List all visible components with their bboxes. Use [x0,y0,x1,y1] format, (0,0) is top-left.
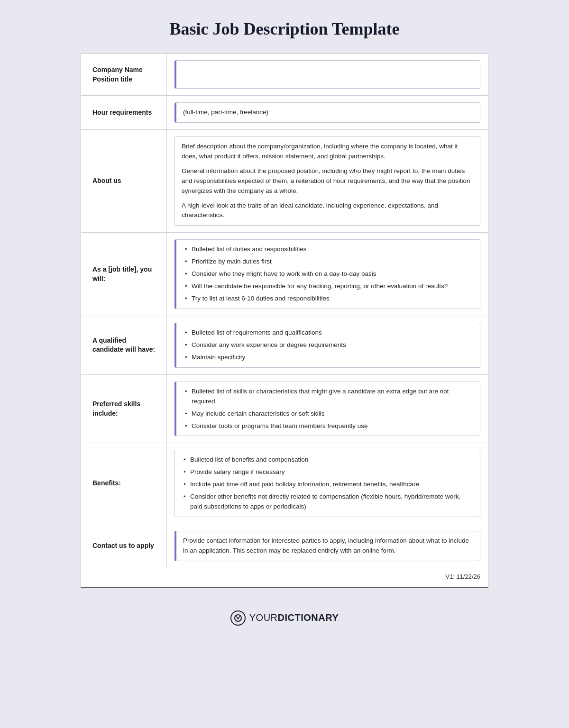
footer: YOURDICTIONARY [230,610,339,626]
list-item: Prioritize by main duties first [183,257,473,267]
version-text: V1: 11/22/26 [445,573,480,580]
list-item: Will the candidate be responsible for an… [183,282,473,291]
qualified-candidate-content-col: Bulleted list of requirements and qualif… [166,316,488,374]
company-position-content [166,54,488,95]
list-item: Bulleted list of benefits and compensati… [182,455,473,465]
preferred-skills-label: Preferred skills include: [81,375,166,443]
list-item: Consider other benefits not directly rel… [182,492,473,512]
list-item: Bulleted list of skills or characteristi… [183,387,473,407]
benefits-label: Benefits: [81,443,166,524]
list-item: Maintain specificity [183,353,473,363]
about-us-box[interactable]: Brief description about the company/orga… [174,136,480,226]
about-us-row: About us Brief description about the com… [81,130,488,233]
job-duties-row: As a [job title], you will: Bulleted lis… [81,233,488,316]
list-item: Bulleted list of requirements and qualif… [183,328,473,338]
hour-requirements-text: (full-time, part-time, freelance) [183,109,268,116]
contact-us-content-col: Provide contact information for interest… [166,524,488,568]
about-us-label: About us [81,130,166,232]
qualified-candidate-box[interactable]: Bulleted list of requirements and qualif… [174,323,480,368]
company-position-input[interactable] [174,60,480,89]
job-duties-list: Bulleted list of duties and responsibili… [183,245,473,304]
benefits-box[interactable]: Bulleted list of benefits and compensati… [174,450,480,517]
contact-us-text: Provide contact information for interest… [183,537,469,554]
list-item: Include paid time off and paid holiday i… [182,480,473,490]
position-title-label: Position title [92,75,159,83]
qualified-candidate-label: A qualified candidate will have: [81,316,166,374]
version-row: V1: 11/22/26 [81,568,488,587]
about-us-content-col: Brief description about the company/orga… [166,130,488,232]
preferred-skills-row: Preferred skills include: Bulleted list … [81,375,488,444]
logo-svg [234,614,242,622]
job-duties-box[interactable]: Bulleted list of duties and responsibili… [174,239,480,309]
template-card: Company Name Position title Hour require… [81,53,488,587]
job-duties-content-col: Bulleted list of duties and responsibili… [166,233,488,316]
about-us-para-2: General information about the proposed p… [182,166,473,196]
list-item: Consider who they might have to work wit… [183,269,473,279]
list-item: Try to list at least 6-10 duties and res… [183,294,473,304]
hour-requirements-label: Hour requirements [81,96,166,129]
brand-your: YOUR [249,612,278,623]
contact-us-box[interactable]: Provide contact information for interest… [174,531,480,561]
contact-us-row: Contact us to apply Provide contact info… [81,524,488,568]
list-item: May include certain characteristics or s… [183,409,473,419]
qualified-candidate-row: A qualified candidate will have: Bullete… [81,316,488,375]
qualified-candidate-list: Bulleted list of requirements and qualif… [183,328,473,363]
footer-brand-text: YOURDICTIONARY [249,612,339,623]
benefits-list: Bulleted list of benefits and compensati… [182,455,473,512]
benefits-content-col: Bulleted list of benefits and compensati… [166,443,488,524]
company-position-labels: Company Name Position title [81,54,166,95]
brand-dictionary: DICTIONARY [278,612,339,623]
page-title: Basic Job Description Template [169,19,399,39]
preferred-skills-box[interactable]: Bulleted list of skills or characteristi… [174,382,480,437]
preferred-skills-content-col: Bulleted list of skills or characteristi… [166,375,488,443]
hour-requirements-box[interactable]: (full-time, part-time, freelance) [174,102,480,123]
svg-point-0 [235,615,241,621]
list-item: Bulleted list of duties and responsibili… [183,245,473,255]
company-position-section: Company Name Position title [81,54,488,96]
list-item: Consider any work experience or degree r… [183,340,473,350]
preferred-skills-list: Bulleted list of skills or characteristi… [183,387,473,431]
hour-requirements-content-col: (full-time, part-time, freelance) [166,96,488,129]
yourdictionary-logo-icon [230,610,246,626]
benefits-row: Benefits: Bulleted list of benefits and … [81,443,488,524]
list-item: Consider tools or programs that team mem… [183,421,473,431]
job-duties-label: As a [job title], you will: [81,233,166,316]
footer-logo: YOURDICTIONARY [230,610,339,626]
footer-divider [81,587,488,588]
company-name-label: Company Name [92,66,159,73]
about-us-para-3: A high-level look at the traits of an id… [182,201,473,221]
about-us-para-1: Brief description about the company/orga… [182,142,473,162]
list-item: Provide salary range if necessary [182,467,473,477]
hour-requirements-row: Hour requirements (full-time, part-time,… [81,96,488,130]
contact-us-label: Contact us to apply [81,524,166,568]
